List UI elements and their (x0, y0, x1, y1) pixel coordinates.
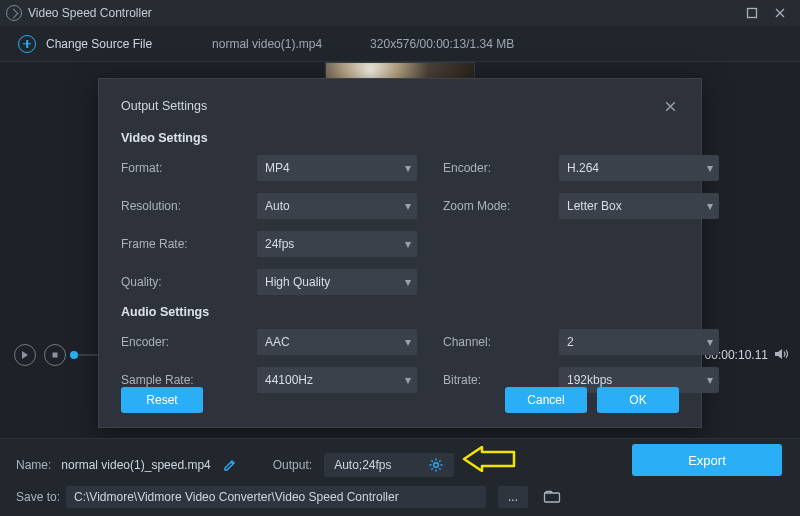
encoder-audio-value: AAC (265, 335, 290, 349)
window-close-button[interactable] (768, 4, 792, 22)
bottom-panel: Name: normal video(1)_speed.mp4 Output: … (0, 438, 800, 516)
quality-label: Quality: (121, 275, 231, 289)
svg-point-2 (434, 463, 439, 468)
name-label: Name: (16, 458, 51, 472)
format-label: Format: (121, 161, 231, 175)
resolution-label: Resolution: (121, 199, 231, 213)
resolution-select[interactable]: Auto▾ (257, 193, 417, 219)
chevron-down-icon: ▾ (707, 373, 713, 387)
cancel-button[interactable]: Cancel (505, 387, 587, 413)
encoder-audio-select[interactable]: AAC▾ (257, 329, 417, 355)
resolution-value: Auto (265, 199, 290, 213)
chevron-down-icon: ▾ (707, 335, 713, 349)
chevron-down-icon: ▾ (707, 199, 713, 213)
audio-settings-heading: Audio Settings (121, 305, 679, 319)
zoom-label: Zoom Mode: (443, 199, 533, 213)
encoder-video-select[interactable]: H.264▾ (559, 155, 719, 181)
quality-value: High Quality (265, 275, 330, 289)
output-label: Output: (273, 458, 312, 472)
output-preset-value: Auto;24fps (334, 458, 391, 472)
channel-label: Channel: (443, 335, 533, 349)
output-preset-field[interactable]: Auto;24fps (324, 453, 454, 477)
ok-button[interactable]: OK (597, 387, 679, 413)
svg-rect-0 (748, 9, 757, 18)
channel-select[interactable]: 2▾ (559, 329, 719, 355)
output-settings-gear-icon[interactable] (428, 457, 444, 473)
export-button[interactable]: Export (632, 444, 782, 476)
chevron-down-icon: ▾ (405, 199, 411, 213)
chevron-down-icon: ▾ (405, 275, 411, 289)
play-button[interactable] (14, 344, 36, 366)
change-source-link[interactable]: Change Source File (46, 37, 152, 51)
app-title: Video Speed Controller (28, 6, 152, 20)
stop-button[interactable] (44, 344, 66, 366)
format-select[interactable]: MP4▾ (257, 155, 417, 181)
dialog-title: Output Settings (121, 99, 207, 113)
video-settings-heading: Video Settings (121, 131, 679, 145)
app-logo-icon (6, 5, 22, 21)
chevron-down-icon: ▾ (405, 335, 411, 349)
encoder-video-value: H.264 (567, 161, 599, 175)
format-value: MP4 (265, 161, 290, 175)
saveto-value: C:\Vidmore\Vidmore Video Converter\Video… (74, 490, 399, 504)
volume-icon[interactable] (774, 347, 790, 361)
samplerate-label: Sample Rate: (121, 373, 231, 387)
zoom-value: Letter Box (567, 199, 622, 213)
chevron-down-icon: ▾ (405, 237, 411, 251)
svg-rect-1 (53, 353, 58, 358)
output-filename: normal video(1)_speed.mp4 (61, 458, 210, 472)
zoom-select[interactable]: Letter Box▾ (559, 193, 719, 219)
source-filename: normal video(1).mp4 (212, 37, 322, 51)
bitrate-value: 192kbps (567, 373, 612, 387)
saveto-label: Save to: (16, 490, 60, 504)
open-folder-button[interactable] (538, 486, 566, 508)
framerate-select[interactable]: 24fps▾ (257, 231, 417, 257)
bitrate-label: Bitrate: (443, 373, 533, 387)
timeline-knob[interactable] (70, 351, 78, 359)
source-meta: 320x576/00:00:13/1.34 MB (370, 37, 514, 51)
rename-button[interactable] (223, 458, 237, 472)
chevron-down-icon: ▾ (405, 373, 411, 387)
add-icon[interactable] (18, 35, 36, 53)
framerate-value: 24fps (265, 237, 294, 251)
encoder-audio-label: Encoder: (121, 335, 231, 349)
samplerate-value: 44100Hz (265, 373, 313, 387)
framerate-label: Frame Rate: (121, 237, 231, 251)
dialog-close-button[interactable] (661, 97, 679, 115)
svg-rect-3 (545, 493, 560, 502)
saveto-path[interactable]: C:\Vidmore\Vidmore Video Converter\Video… (66, 486, 486, 508)
output-settings-dialog: Output Settings Video Settings Format: M… (98, 78, 702, 428)
window-maximize-button[interactable] (740, 4, 764, 22)
player-controls (14, 344, 66, 366)
browse-button[interactable]: ... (498, 486, 528, 508)
encoder-video-label: Encoder: (443, 161, 533, 175)
reset-button[interactable]: Reset (121, 387, 203, 413)
titlebar: Video Speed Controller (0, 0, 800, 26)
channel-value: 2 (567, 335, 574, 349)
chevron-down-icon: ▾ (405, 161, 411, 175)
topbar: Change Source File normal video(1).mp4 3… (0, 26, 800, 62)
quality-select[interactable]: High Quality▾ (257, 269, 417, 295)
chevron-down-icon: ▾ (707, 161, 713, 175)
